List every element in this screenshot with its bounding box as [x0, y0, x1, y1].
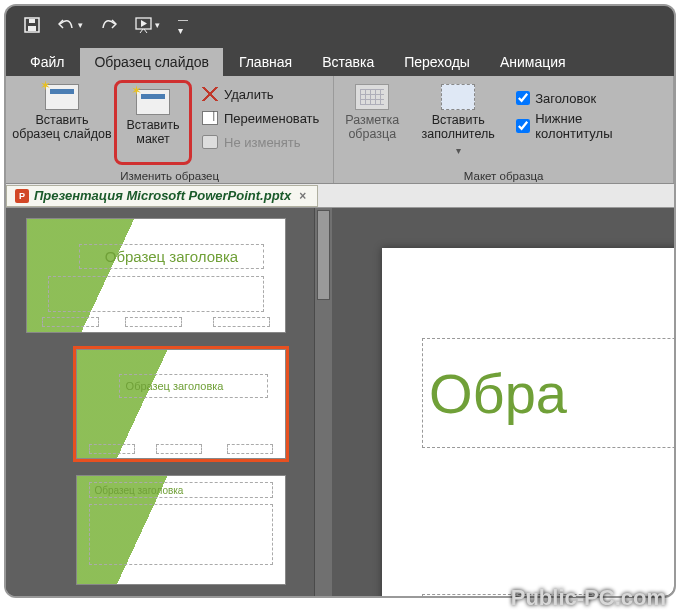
- master-thumbnail[interactable]: Образец заголовка: [26, 218, 286, 333]
- slide-canvas[interactable]: Обра: [382, 248, 674, 596]
- checkbox-title-input[interactable]: [516, 91, 530, 105]
- svg-rect-2: [29, 19, 35, 23]
- insert-layout-button[interactable]: Вставить макет: [119, 85, 187, 167]
- document-tab[interactable]: P Презентация Microsoft PowerPoint.pptx …: [6, 185, 318, 207]
- footer-placeholder[interactable]: [422, 594, 602, 596]
- tab-file[interactable]: Файл: [16, 48, 78, 76]
- document-tab-bar: P Презентация Microsoft PowerPoint.pptx …: [6, 184, 674, 208]
- svg-rect-1: [28, 26, 36, 31]
- tab-transitions[interactable]: Переходы: [390, 48, 484, 76]
- slide-decoration: [77, 350, 285, 458]
- thumb-footer-placeholder: [227, 444, 273, 454]
- preserve-label: Не изменять: [224, 135, 301, 150]
- tab-insert[interactable]: Вставка: [308, 48, 388, 76]
- insert-layout-icon: [136, 89, 170, 115]
- layout-thumbnail-1[interactable]: Образец заголовка: [76, 349, 286, 459]
- master-layout-icon: [355, 84, 389, 110]
- insert-slide-master-label: Вставить образец слайдов: [10, 113, 114, 142]
- preserve-icon: [202, 135, 218, 149]
- group-edit-master-label: Изменить образец: [6, 170, 333, 182]
- thumb-title-placeholder: Образец заголовка: [89, 482, 272, 497]
- title-placeholder[interactable]: Обра: [422, 338, 674, 448]
- ribbon: Вставить образец слайдов Вставить макет …: [6, 76, 674, 184]
- powerpoint-file-icon: P: [15, 189, 29, 203]
- thumb-body-placeholder: [89, 504, 272, 564]
- tab-slide-master[interactable]: Образец слайдов: [80, 48, 222, 76]
- layout-thumbnail-2[interactable]: Образец заголовка: [76, 475, 286, 585]
- thumb-footer-placeholder: [89, 444, 135, 454]
- customize-qat-icon[interactable]: —▾: [178, 14, 188, 36]
- thumb-title-placeholder: Образец заголовка: [79, 244, 265, 269]
- thumb-title-placeholder: Образец заголовка: [119, 374, 269, 398]
- ribbon-tabs: Файл Образец слайдов Главная Вставка Пер…: [6, 44, 674, 76]
- delete-button[interactable]: Удалить: [198, 82, 323, 106]
- rename-button[interactable]: Переименовать: [198, 106, 323, 130]
- thumbnail-scrollbar[interactable]: [314, 208, 332, 596]
- scrollbar-thumb[interactable]: [317, 210, 330, 300]
- checkbox-footer-input[interactable]: [516, 119, 530, 133]
- thumb-footer-placeholder: [42, 317, 99, 327]
- group-edit-master: Вставить образец слайдов Вставить макет …: [6, 76, 334, 183]
- checkbox-title[interactable]: Заголовок: [516, 86, 663, 110]
- undo-icon[interactable]: ▾: [58, 18, 83, 32]
- save-icon[interactable]: [24, 17, 40, 33]
- insert-layout-highlight: Вставить макет: [114, 80, 192, 165]
- insert-layout-label: Вставить макет: [119, 118, 187, 147]
- start-slideshow-icon[interactable]: ▾: [135, 17, 160, 33]
- preserve-button[interactable]: Не изменять: [198, 130, 323, 154]
- master-layout-label: Разметка образца: [338, 113, 406, 142]
- insert-placeholder-button[interactable]: Вставить заполнитель: [406, 80, 510, 162]
- close-document-icon[interactable]: ×: [296, 189, 309, 203]
- rename-icon: [202, 111, 218, 125]
- insert-slide-master-button[interactable]: Вставить образец слайдов: [10, 80, 114, 162]
- insert-placeholder-icon: [441, 84, 475, 110]
- slide-editor[interactable]: Обра: [332, 208, 674, 596]
- app-window: ▾ ▾ —▾ Файл Образец слайдов Главная Вста…: [6, 6, 674, 596]
- checkbox-footer-label: Нижние колонтитулы: [535, 111, 663, 141]
- delete-icon: [202, 87, 218, 101]
- checkbox-title-label: Заголовок: [535, 91, 596, 106]
- master-layout-button[interactable]: Разметка образца: [338, 80, 406, 162]
- thumb-footer-placeholder: [156, 444, 202, 454]
- document-tab-title: Презентация Microsoft PowerPoint.pptx: [34, 188, 291, 203]
- insert-placeholder-label: Вставить заполнитель: [406, 113, 510, 142]
- slide-master-icon: [45, 84, 79, 110]
- checkbox-footer[interactable]: Нижние колонтитулы: [516, 114, 663, 138]
- thumb-footer-placeholder: [125, 317, 182, 327]
- group-master-layout-label: Макет образца: [334, 170, 673, 182]
- workspace: Образец заголовка Образец заголовка Обра…: [6, 208, 674, 596]
- tab-animations[interactable]: Анимация: [486, 48, 580, 76]
- thumb-body-placeholder: [48, 276, 265, 312]
- redo-icon[interactable]: [101, 18, 117, 32]
- quick-access-toolbar: ▾ ▾ —▾: [6, 6, 674, 44]
- tab-home[interactable]: Главная: [225, 48, 306, 76]
- delete-label: Удалить: [224, 87, 274, 102]
- rename-label: Переименовать: [224, 111, 319, 126]
- group-master-layout: Разметка образца Вставить заполнитель За…: [334, 76, 674, 183]
- thumb-footer-placeholder: [213, 317, 270, 327]
- thumbnail-pane[interactable]: Образец заголовка Образец заголовка Обра…: [6, 208, 332, 596]
